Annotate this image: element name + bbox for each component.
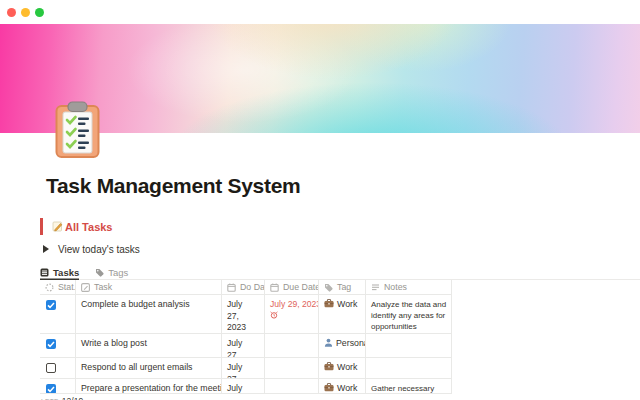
tab-tags[interactable]: Tags: [95, 265, 128, 280]
task-title-cell[interactable]: Respond to all urgent emails: [76, 358, 222, 378]
alarm-clock-icon: [270, 311, 310, 319]
toggle-label: View today's tasks: [58, 244, 140, 255]
notes-cell[interactable]: [366, 334, 452, 357]
window-titlebar: [0, 0, 640, 24]
column-header-status[interactable]: Stat...: [40, 280, 76, 294]
briefcase-icon: [324, 299, 334, 308]
view-tabbar: Tasks Tags: [40, 265, 640, 280]
tasks-table: Stat... Task Do Date: [40, 280, 452, 394]
status-cell: [40, 379, 76, 393]
table-header-row: Stat... Task Do Date: [40, 280, 452, 295]
list-view-icon: [40, 268, 49, 277]
table-row: Prepare a presentation for the meetingJu…: [40, 379, 452, 394]
briefcase-icon: [324, 362, 334, 371]
briefcase-icon: [324, 383, 334, 392]
page-title: Task Management System: [40, 174, 640, 198]
status-cell: [40, 334, 76, 357]
toggle-view-todays-tasks[interactable]: View today's tasks: [40, 242, 640, 256]
tag-icon: [324, 283, 333, 292]
page-cover-image[interactable]: [0, 24, 640, 133]
do-date-cell[interactable]: July 27, 2023: [222, 295, 265, 333]
do-date-cell[interactable]: July 27, 2023: [222, 358, 265, 378]
tab-tasks[interactable]: Tasks: [40, 265, 79, 280]
status-cell: [40, 358, 76, 378]
tag-icon: [95, 268, 104, 277]
tag-label: Work: [337, 362, 357, 372]
callout-label: All Tasks: [65, 221, 113, 233]
tag-label: Work: [337, 383, 357, 393]
tab-tags-label: Tags: [108, 267, 128, 278]
table-row: Complete a budget analysisJuly 27, 2023J…: [40, 295, 452, 334]
person-icon: [324, 338, 333, 347]
column-header-tag[interactable]: Tag: [319, 280, 366, 294]
toggle-triangle-icon[interactable]: [43, 245, 49, 253]
overdue-date-text: July 29, 2023: [270, 299, 310, 311]
notion-window: Task Management System All Tasks View to…: [0, 0, 640, 400]
close-window-button[interactable]: [7, 8, 16, 17]
notes-icon: [371, 283, 380, 292]
column-header-task[interactable]: Task: [76, 280, 222, 294]
status-icon: [45, 283, 54, 292]
column-header-notes[interactable]: Notes: [366, 280, 452, 294]
tag-cell[interactable]: Work: [319, 295, 366, 333]
column-header-do-date[interactable]: Do Date: [222, 280, 265, 294]
memo-icon: [52, 221, 63, 232]
tag-cell[interactable]: Personal: [319, 334, 366, 357]
checkbox-unchecked[interactable]: [46, 363, 56, 373]
notes-cell[interactable]: Gather necessary: [366, 379, 452, 393]
task-title-cell[interactable]: Write a blog post: [76, 334, 222, 357]
tag-cell[interactable]: Work: [319, 358, 366, 378]
tag-label: Work: [337, 299, 357, 309]
table-body: Complete a budget analysisJuly 27, 2023J…: [40, 295, 452, 394]
status-cell: [40, 295, 76, 333]
calendar-icon: [227, 283, 236, 292]
minimize-window-button[interactable]: [21, 8, 30, 17]
checkbox-checked[interactable]: [46, 384, 56, 393]
do-date-cell[interactable]: July 27, 2023: [222, 334, 265, 357]
checkbox-checked[interactable]: [46, 339, 56, 349]
notes-cell[interactable]: [366, 358, 452, 378]
zoom-window-button[interactable]: [35, 8, 44, 17]
table-row: Respond to all urgent emailsJuly 27, 202…: [40, 358, 452, 379]
due-date-cell[interactable]: July 29, 2023: [265, 295, 319, 333]
pencil-square-icon: [81, 283, 90, 292]
checkbox-checked[interactable]: [46, 300, 56, 310]
task-title-cell[interactable]: Prepare a presentation for the meeting: [76, 379, 222, 393]
tag-label: Personal: [336, 338, 366, 348]
tag-cell[interactable]: Work: [319, 379, 366, 393]
column-header-due-date[interactable]: Due Date: [265, 280, 319, 294]
calendar-icon: [270, 283, 279, 292]
due-date-cell[interactable]: [265, 379, 319, 393]
calc-value: 12/19: [62, 396, 83, 400]
due-date-cell[interactable]: [265, 334, 319, 357]
notes-cell[interactable]: Analyze the data and identify any areas …: [366, 295, 452, 333]
do-date-cell[interactable]: July 27,: [222, 379, 265, 393]
all-tasks-callout[interactable]: All Tasks: [40, 218, 640, 235]
due-date-cell[interactable]: [265, 358, 319, 378]
clipboard-icon[interactable]: [55, 101, 100, 159]
task-title-cell[interactable]: Complete a budget analysis: [76, 295, 222, 333]
table-row: Write a blog postJuly 27, 2023Personal: [40, 334, 452, 358]
checkbox-calc[interactable]: LETE 12/19: [40, 396, 640, 400]
tab-tasks-label: Tasks: [53, 267, 79, 278]
